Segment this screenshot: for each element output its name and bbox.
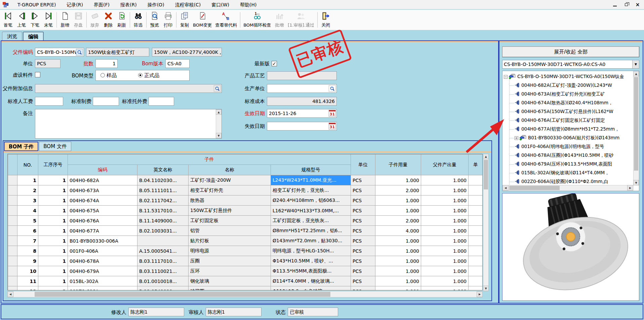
tree-item[interactable]: 001F0-406A(明纬电源)(明纬电源，型号: [509, 142, 604, 151]
cell-parent-qty[interactable]: 1.000: [421, 236, 469, 246]
cell-name[interactable]: 明纬电源: [189, 246, 271, 256]
menu-item-6[interactable]: 帮助(H): [235, 0, 262, 9]
scroll-down-icon[interactable]: ▼: [633, 180, 639, 185]
cell-unit[interactable]: PCS: [351, 185, 375, 195]
cell-spec[interactable]: Ø8mm*H51*T2.25mm，铝6...: [271, 226, 351, 236]
cell-en-name[interactable]: B.11.5317010...: [137, 206, 189, 216]
hscroll-thumb[interactable]: [509, 186, 560, 190]
virtual-checkbox[interactable]: [35, 72, 40, 77]
row-selector[interactable]: [8, 185, 17, 195]
row-selector[interactable]: [8, 246, 17, 256]
view-substitute-button[interactable]: AB查看替代料: [213, 10, 239, 29]
calendar-icon[interactable]: 31: [329, 123, 336, 130]
cell-code[interactable]: 004H0-674A: [68, 195, 137, 206]
collapse-icon[interactable]: −: [504, 75, 508, 79]
cell-unit2[interactable]: [469, 266, 483, 276]
col-unit2[interactable]: 单: [469, 154, 483, 175]
cell-spec[interactable]: L162*W40*H133*T3.0MM,...: [271, 206, 351, 216]
cell-no[interactable]: 5: [17, 216, 38, 226]
cell-child-qty[interactable]: 1.000: [375, 175, 421, 185]
menu-item-5[interactable]: 窗口(W): [206, 0, 235, 9]
scroll-up-icon[interactable]: ▲: [633, 71, 639, 76]
cell-child-qty[interactable]: 2.000: [375, 216, 421, 226]
cell-child-qty[interactable]: 1.000: [375, 256, 421, 266]
filter-button[interactable]: 筛选: [131, 10, 145, 29]
col-name[interactable]: 名称: [189, 165, 271, 175]
cell-op-seq[interactable]: 1: [38, 226, 68, 236]
cell-code[interactable]: 004H0-675A: [68, 206, 137, 216]
cell-op-seq[interactable]: 1: [38, 286, 68, 291]
cell-op-seq[interactable]: 1: [38, 276, 68, 286]
cell-name[interactable]: 散热器: [189, 195, 271, 206]
bom-type-sample[interactable]: 样品: [100, 72, 117, 79]
cell-no[interactable]: 7: [17, 236, 38, 246]
minimize-icon[interactable]: [612, 2, 618, 7]
cell-child-qty[interactable]: 4.000: [375, 226, 421, 236]
cell-code[interactable]: 001F0-406A: [68, 246, 137, 256]
cell-en-name[interactable]: [137, 236, 189, 246]
cell-en-name[interactable]: A.15.0005041...: [137, 246, 189, 256]
cell-code[interactable]: 004H0-682A: [68, 175, 137, 185]
tree-item[interactable]: 004H0-675A(150W工矿灯悬挂件)(L162*W: [509, 107, 613, 116]
cell-no[interactable]: 12: [17, 286, 38, 291]
latest-checkbox[interactable]: ✓: [272, 61, 277, 66]
cell-op-seq[interactable]: 1: [38, 175, 68, 185]
cell-spec[interactable]: L243*W243*T1.0MM.亚光...: [271, 175, 351, 185]
cell-parent-qty[interactable]: 1.000: [421, 216, 469, 226]
cell-spec[interactable]: 明纬电源，型号HLG-150H...: [271, 246, 351, 256]
scroll-down-icon[interactable]: ▼: [216, 133, 222, 138]
bom-loop-check-button[interactable]: 1BOM循环检查: [242, 10, 273, 29]
table-vscrollbar[interactable]: ▲ ▼: [483, 154, 489, 291]
tree-item[interactable]: 004H0-682A(工矿灯-顶盖-200W)(L243*W: [509, 81, 612, 90]
cell-child-qty[interactable]: 1.000: [375, 206, 421, 216]
bom-change-button[interactable]: BOM变更: [191, 10, 213, 29]
cell-parent-qty[interactable]: 1.000: [421, 226, 469, 236]
col-child-qty[interactable]: 子件用量: [375, 154, 421, 175]
scroll-up-icon[interactable]: ▲: [483, 154, 489, 159]
parent-extra-search-icon[interactable]: [214, 85, 221, 92]
cell-op-seq[interactable]: 1: [38, 236, 68, 246]
cell-en-name[interactable]: B.03.1110021...: [137, 266, 189, 276]
row-selector[interactable]: [8, 175, 17, 185]
bom-version-input[interactable]: CS-A0: [165, 59, 190, 68]
cell-name[interactable]: 150W工矿灯悬挂件: [189, 206, 271, 216]
cell-unit[interactable]: PCS: [351, 226, 375, 236]
remark-textarea[interactable]: ▲ ▼: [35, 109, 222, 139]
restore-icon[interactable]: [623, 2, 629, 7]
cell-op-seq[interactable]: 1: [38, 195, 68, 206]
cell-unit2[interactable]: [469, 256, 483, 266]
col-unit[interactable]: 单位: [351, 154, 375, 175]
cell-parent-qty[interactable]: 1.000: [421, 256, 469, 266]
batch-input[interactable]: 1: [95, 59, 118, 68]
col-en-name[interactable]: 英文名称: [137, 165, 189, 175]
cell-name[interactable]: 工矿灯-顶盖-200W: [189, 175, 271, 185]
preview-button[interactable]: 预览: [148, 10, 161, 29]
vscroll-thumb[interactable]: [484, 160, 488, 189]
std-outsource-input[interactable]: [149, 97, 174, 106]
menu-app[interactable]: T-GROUP ERP(E): [12, 0, 61, 9]
std-labor-input[interactable]: [35, 97, 63, 106]
expire-date-input[interactable]: 31: [267, 122, 337, 131]
cell-no[interactable]: 4: [17, 206, 38, 216]
cell-unit[interactable]: PCS: [351, 266, 375, 276]
cell-spec[interactable]: Ø240.4*H108mm，铝6063...: [271, 195, 351, 206]
std-mfg-input[interactable]: [93, 97, 119, 106]
cell-parent-qty[interactable]: 1.000: [421, 266, 469, 276]
col-code[interactable]: 编码: [68, 165, 137, 175]
new-button[interactable]: 新增: [58, 10, 72, 29]
chevron-down-icon[interactable]: ▼: [632, 60, 639, 68]
cell-unit[interactable]: PCS: [351, 236, 375, 246]
cell-no[interactable]: 6: [17, 226, 38, 236]
effective-date-input[interactable]: 2015-11-26 31: [267, 109, 337, 118]
tree-item[interactable]: 002Z0-606A(硅胶圈)(Φ110*Φ2.0mm,白: [509, 177, 608, 185]
tree-item[interactable]: 015BL-302A(钢化玻璃)(Ø114*T4.0MM，: [509, 169, 609, 177]
cell-unit2[interactable]: [469, 195, 483, 206]
table-hscrollbar[interactable]: ◀ ▶: [7, 291, 483, 297]
col-group-child[interactable]: 子件: [68, 154, 351, 165]
cell-child-qty[interactable]: 1.000: [375, 276, 421, 286]
parent-code-search-icon[interactable]: [76, 49, 83, 56]
scroll-right-icon[interactable]: ▶: [627, 185, 633, 190]
cell-no[interactable]: 10: [17, 266, 38, 276]
menu-item-3[interactable]: 操作(O): [142, 0, 170, 9]
row-selector[interactable]: [8, 276, 17, 286]
